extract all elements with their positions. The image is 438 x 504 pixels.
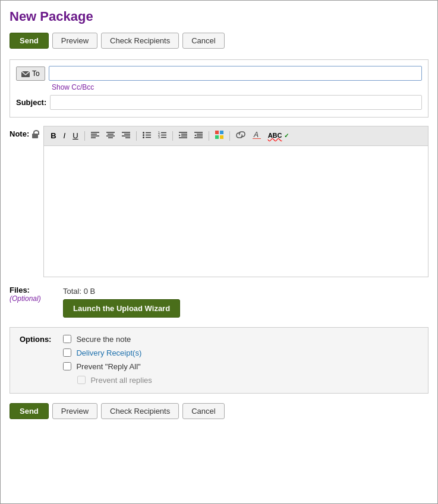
secure-note-label[interactable]: Secure the note	[76, 335, 131, 344]
subject-row: Subject:	[16, 95, 422, 110]
lock-icon[interactable]	[31, 130, 39, 138]
note-label-area: Note:	[10, 126, 39, 138]
cancel-button-top[interactable]: Cancel	[182, 33, 224, 49]
files-section: Files: (Optional) Total: 0 B Launch the …	[10, 286, 428, 318]
prevent-all-replies-checkbox[interactable]	[77, 376, 86, 384]
to-button[interactable]: To	[16, 66, 45, 81]
check-recipients-button-bottom[interactable]: Check Recipients	[101, 403, 179, 419]
color-grid-button[interactable]	[212, 129, 226, 143]
unordered-list-button[interactable]	[140, 129, 154, 142]
options-list: Secure the note Delivery Receipt(s) Prev…	[63, 335, 152, 385]
send-button-top[interactable]: Send	[10, 33, 49, 49]
svg-text:3.: 3.	[158, 135, 160, 138]
subject-input[interactable]	[50, 95, 422, 110]
delivery-receipt-option: Delivery Receipt(s)	[63, 348, 152, 357]
bold-button[interactable]: B	[48, 129, 59, 142]
svg-rect-34	[220, 131, 223, 134]
spellcheck-label: ABC	[268, 132, 282, 139]
font-color-button[interactable]: A	[250, 129, 264, 143]
envelope-icon	[21, 71, 30, 77]
files-total: Total: 0 B	[63, 287, 180, 296]
send-button-bottom[interactable]: Send	[10, 403, 49, 419]
to-input[interactable]	[49, 66, 422, 81]
editor-toolbar: B I U 1.2.3.	[44, 126, 428, 146]
underline-button[interactable]: U	[70, 129, 81, 142]
page-title: New Package	[10, 9, 428, 24]
options-inner: Options: Secure the note Delivery Receip…	[20, 335, 418, 385]
note-section: Note: B I U	[10, 126, 428, 277]
spellcheck-button[interactable]: ABC ✓	[265, 130, 292, 141]
top-toolbar: Send Preview Check Recipients Cancel	[10, 33, 428, 49]
svg-point-13	[143, 132, 144, 134]
check-recipients-button-top[interactable]: Check Recipients	[101, 33, 179, 49]
italic-button[interactable]: I	[61, 129, 69, 142]
link-button[interactable]	[233, 129, 248, 142]
indent-button[interactable]	[176, 129, 190, 142]
toolbar-separator-1	[84, 131, 85, 141]
outdent-button[interactable]	[191, 129, 206, 142]
recipients-form: To Show Cc/Bcc Subject:	[10, 59, 428, 118]
subject-label: Subject:	[16, 98, 46, 107]
prevent-all-replies-option: Prevent all replies	[77, 376, 152, 385]
delivery-receipt-label[interactable]: Delivery Receipt(s)	[76, 348, 141, 357]
svg-text:A: A	[253, 131, 259, 139]
svg-point-17	[143, 137, 144, 138]
show-cc-bcc-link[interactable]: Show Cc/Bcc	[52, 83, 422, 91]
align-right-button[interactable]	[119, 129, 133, 142]
secure-note-option: Secure the note	[63, 335, 152, 344]
bottom-toolbar: Send Preview Check Recipients Cancel	[10, 403, 428, 419]
toolbar-separator-2	[136, 131, 137, 141]
svg-rect-35	[215, 135, 219, 139]
note-editor-body[interactable]	[44, 146, 428, 277]
svg-rect-33	[215, 131, 219, 134]
check-icon: ✓	[284, 132, 289, 139]
to-row: To	[16, 66, 422, 81]
prevent-all-replies-label: Prevent all replies	[90, 376, 152, 385]
options-section: Options: Secure the note Delivery Receip…	[10, 327, 428, 394]
delivery-receipt-checkbox[interactable]	[63, 348, 71, 357]
preview-button-bottom[interactable]: Preview	[52, 403, 97, 419]
ordered-list-button[interactable]: 1.2.3.	[155, 129, 169, 142]
prevent-reply-all-label[interactable]: Prevent "Reply All"	[76, 362, 140, 371]
prevent-reply-all-checkbox[interactable]	[63, 362, 71, 370]
files-content: Total: 0 B Launch the Upload Wizard	[63, 286, 180, 318]
files-label: Files:	[10, 286, 30, 294]
toolbar-separator-5	[229, 131, 230, 141]
upload-wizard-button[interactable]: Launch the Upload Wizard	[63, 299, 180, 318]
prevent-reply-all-option: Prevent "Reply All"	[63, 362, 152, 371]
cancel-button-bottom[interactable]: Cancel	[182, 403, 224, 419]
options-title: Options:	[20, 335, 51, 379]
align-center-button[interactable]	[103, 129, 118, 142]
svg-point-15	[143, 134, 144, 136]
secure-note-checkbox[interactable]	[63, 335, 71, 343]
files-label-area: Files: (Optional)	[10, 286, 57, 303]
svg-rect-36	[220, 135, 223, 139]
toolbar-separator-4	[209, 131, 209, 141]
preview-button-top[interactable]: Preview	[52, 33, 97, 49]
note-editor-wrapper: B I U 1.2.3.	[43, 126, 428, 277]
note-label: Note:	[10, 129, 29, 138]
page-container: New Package Send Preview Check Recipient…	[0, 0, 438, 504]
align-left-button[interactable]	[88, 129, 102, 142]
files-optional-label: (Optional)	[10, 294, 41, 303]
toolbar-separator-3	[172, 131, 173, 141]
to-button-label: To	[32, 69, 40, 78]
